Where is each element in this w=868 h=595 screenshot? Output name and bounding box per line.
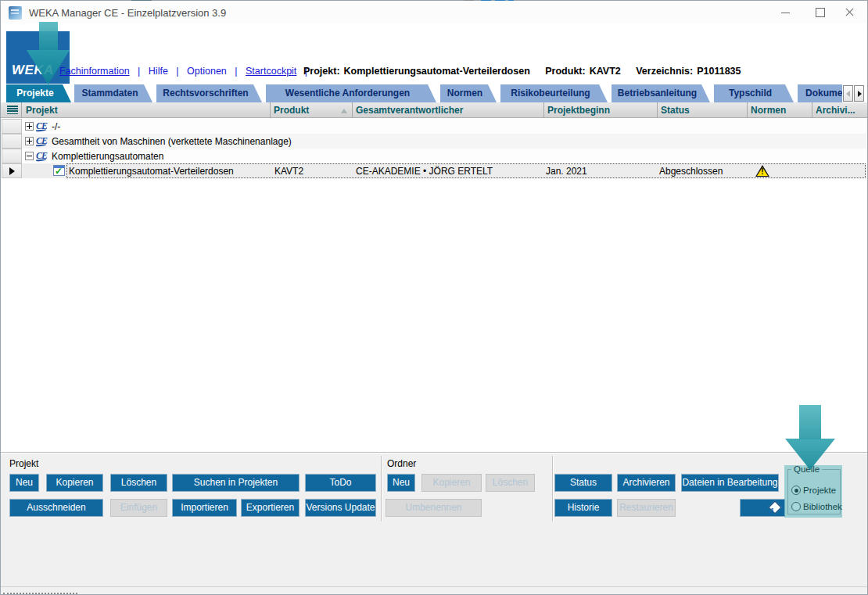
column-header-gesamtverantwortlicher[interactable]: Gesamtverantwortlicher <box>353 102 544 118</box>
projekt-loeschen-button[interactable]: Löschen <box>110 474 167 492</box>
tree-row-group[interactable]: Gesamtheit von Maschinen (verkettete Mas… <box>2 134 866 149</box>
tree-group-label[interactable]: -/- <box>52 121 60 132</box>
status-bar <box>1 586 867 594</box>
list-menu-icon <box>7 106 18 114</box>
umbenennen-button[interactable]: Umbenennen <box>386 499 482 517</box>
tab-scroll-left-button[interactable] <box>843 85 853 102</box>
cell-produkt[interactable]: KAVT2 <box>274 166 303 177</box>
projekt-kopieren-button[interactable]: Kopieren <box>46 474 103 492</box>
radio-bibliothek-label[interactable]: Bibliothek <box>803 502 842 511</box>
diamond-badge-icon: 1 <box>769 501 782 514</box>
tree-group-label[interactable]: Gesamtheit von Maschinen (verkettete Mas… <box>52 136 292 147</box>
archivieren-button[interactable]: Archivieren <box>617 474 676 492</box>
window-title: WEKA Manager CE - Einzelplatzversion 3.9 <box>29 7 226 19</box>
tab-rechtsvorschriften[interactable]: Rechtsvorschriften <box>156 84 262 102</box>
link-optionen[interactable]: Optionen <box>187 66 227 77</box>
tab-risikobeurteilung[interactable]: Risikobeurteilung <box>500 84 608 102</box>
tab-stammdaten[interactable]: Stammdaten <box>74 84 152 102</box>
tree-row-group[interactable]: -/- <box>2 119 866 134</box>
group-label-projekt: Projekt <box>9 458 38 469</box>
ordner-neu-button[interactable]: Neu <box>387 474 415 492</box>
expand-plus-icon[interactable] <box>25 122 34 131</box>
cell-status[interactable]: Abgeschlossen <box>659 166 723 177</box>
radio-projekte-label[interactable]: Projekte <box>803 486 836 495</box>
ausschneiden-button[interactable]: Ausschneiden <box>9 499 103 517</box>
header-links: Fachinformation | Hilfe | Optionen | Sta… <box>59 66 313 77</box>
suchen-in-projekten-button[interactable]: Suchen in Projekten <box>172 474 299 492</box>
table-header: Projekt Produkt Gesamtverantwortlicher P… <box>1 102 867 118</box>
cell-projekt[interactable]: Komplettierungsautomat-Verteilerdosen <box>69 166 234 177</box>
dateien-in-bearbeitung-button[interactable]: Dateien in Bearbeitung <box>681 474 779 492</box>
expand-plus-icon[interactable] <box>25 137 34 145</box>
link-hilfe[interactable]: Hilfe <box>149 66 168 77</box>
tree-row-group[interactable]: Komplettierungsautomaten <box>2 149 866 163</box>
sort-ascending-icon <box>341 109 347 113</box>
ce-folder-icon <box>36 135 50 146</box>
tab-scroll-right-button[interactable] <box>854 85 864 102</box>
diamond-badge-count: 1 <box>770 502 774 517</box>
quelle-label: Quelle <box>791 464 822 474</box>
project-info-line: Projekt:Komplettierungsautomat-Verteiler… <box>303 66 753 77</box>
info-projekt-value: Komplettierungsautomat-Verteilerdosen <box>344 66 530 77</box>
info-verzeichnis-value: P1011835 <box>697 66 741 77</box>
link-fachinformation[interactable]: Fachinformation <box>59 66 130 77</box>
current-row-icon <box>9 167 15 175</box>
minimize-button[interactable] <box>772 1 798 23</box>
tab-wesentliche-anforderungen[interactable]: Wesentliche Anforderungen <box>266 84 436 102</box>
ce-folder-icon <box>36 150 50 161</box>
info-produkt-label: Produkt: <box>545 66 585 77</box>
info-projekt-label: Projekt: <box>303 66 340 77</box>
callout-arrow-projekte-icon <box>39 22 58 51</box>
tree-group-label[interactable]: Komplettierungsautomaten <box>52 151 163 162</box>
link-startcockpit[interactable]: Startcockpit <box>246 66 296 77</box>
tab-bar: Projekte Stammdaten Rechtsvorschriften W… <box>0 84 868 102</box>
radio-bibliothek[interactable] <box>791 502 801 511</box>
row-selector-cell[interactable] <box>2 119 22 134</box>
title-bar: WEKA Manager CE - Einzelplatzversion 3.9 <box>1 1 867 23</box>
select-all-cell[interactable] <box>2 102 22 118</box>
maximize-button[interactable] <box>806 1 833 23</box>
group-label-ordner: Ordner <box>387 458 416 469</box>
info-diamond-button[interactable]: 1 <box>740 499 785 517</box>
tab-betriebsanleitung[interactable]: Betriebsanleitung <box>612 84 710 102</box>
todo-button[interactable]: ToDo <box>305 474 376 492</box>
row-selector-cell[interactable] <box>2 149 22 163</box>
cell-projektbeginn[interactable]: Jan. 2021 <box>546 166 587 177</box>
column-header-projekt[interactable]: Projekt <box>23 102 271 118</box>
column-header-archiviert[interactable]: Archivi... <box>812 102 866 118</box>
row-selector-cell[interactable] <box>2 134 22 149</box>
projekt-neu-button[interactable]: Neu <box>9 474 39 492</box>
tab-typschild[interactable]: Typschild <box>714 84 794 102</box>
ordner-loeschen-button[interactable]: Löschen <box>486 474 535 492</box>
warning-icon <box>755 165 769 177</box>
importieren-button[interactable]: Importieren <box>172 499 237 517</box>
info-produkt-value: KAVT2 <box>590 66 621 77</box>
status-button[interactable]: Status <box>554 474 612 492</box>
row-selector-cell[interactable] <box>2 163 22 178</box>
tab-projekte[interactable]: Projekte <box>6 84 71 102</box>
group-separator <box>552 456 553 522</box>
scroll-right-icon <box>858 91 862 97</box>
historie-button[interactable]: Historie <box>554 499 612 517</box>
callout-arrow-quelle-icon <box>799 405 821 439</box>
column-header-status[interactable]: Status <box>658 102 748 118</box>
exportieren-button[interactable]: Exportieren <box>241 499 299 517</box>
link-separator: | <box>235 66 237 77</box>
ordner-kopieren-button[interactable]: Kopieren <box>421 474 482 492</box>
column-header-normen[interactable]: Normen <box>748 102 812 118</box>
button-panel: Projekt Neu Kopieren Löschen Suchen in P… <box>1 452 867 586</box>
info-verzeichnis-label: Verzeichnis: <box>636 66 693 77</box>
table-row-selected[interactable]: Komplettierungsautomat-Verteilerdosen KA… <box>2 163 866 178</box>
tab-dokumente[interactable]: Dokume <box>798 84 842 102</box>
collapse-minus-icon[interactable] <box>25 152 34 160</box>
close-button[interactable] <box>836 1 863 23</box>
project-check-icon <box>53 165 65 176</box>
radio-projekte[interactable] <box>791 486 801 495</box>
versions-update-button[interactable]: Versions Update <box>305 499 376 517</box>
cell-gesamtverantwortlicher[interactable]: CE-AKADEMIE • JÖRG ERTELT <box>356 166 493 177</box>
restaurieren-button[interactable]: Restaurieren <box>617 499 676 517</box>
tab-normen[interactable]: Normen <box>440 84 497 102</box>
scroll-left-icon <box>846 91 850 97</box>
einfuegen-button[interactable]: Einfügen <box>110 499 167 517</box>
column-header-projektbeginn[interactable]: Projektbeginn <box>544 102 658 118</box>
